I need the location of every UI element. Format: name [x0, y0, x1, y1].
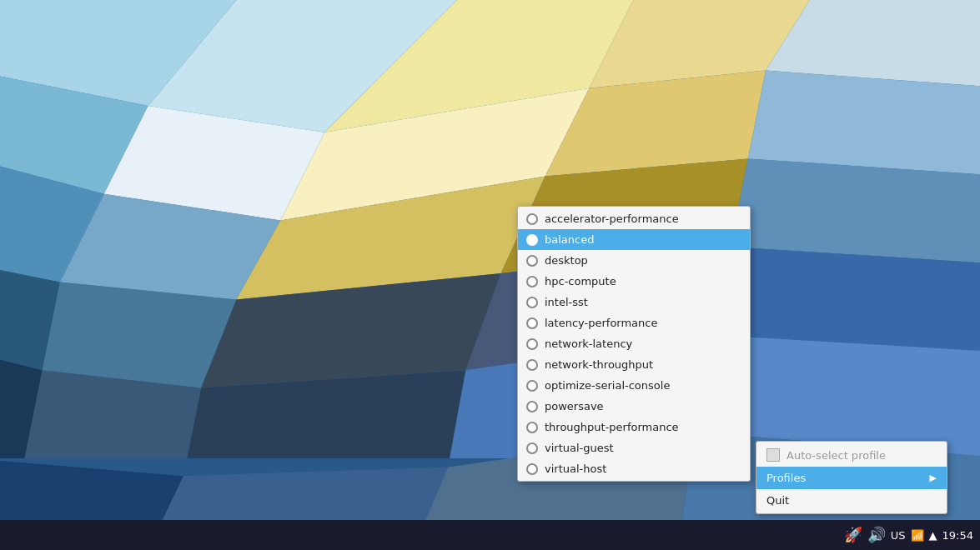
svg-marker-16: [43, 282, 237, 388]
auto-select-icon: [766, 448, 780, 462]
profile-item-balanced[interactable]: balanced: [518, 229, 750, 250]
radio-throughput-performance: [526, 422, 538, 433]
radio-accelerator-performance: [526, 213, 538, 225]
radio-intel-sst: [526, 297, 538, 308]
radio-desktop: [526, 255, 538, 267]
tray-context-menu: Auto-select profileProfiles▶Quit: [756, 441, 947, 514]
profile-label-hpc-compute: hpc-compute: [545, 275, 616, 288]
profile-label-virtual-host: virtual-host: [545, 462, 606, 475]
profile-label-virtual-guest: virtual-guest: [545, 442, 614, 454]
profile-label-optimize-serial-console: optimize-serial-console: [545, 379, 670, 392]
profile-item-hpc-compute[interactable]: hpc-compute: [518, 271, 750, 292]
profile-label-accelerator-performance: accelerator-performance: [545, 212, 679, 225]
profile-label-intel-sst: intel-sst: [545, 296, 588, 308]
wifi-icon[interactable]: 📶: [911, 529, 924, 542]
profile-label-throughput-performance: throughput-performance: [545, 421, 679, 433]
radio-latency-performance: [526, 318, 538, 329]
radio-network-latency: [526, 338, 538, 350]
rocket-icon: 🚀: [844, 528, 862, 542]
profile-item-optimize-serial-console[interactable]: optimize-serial-console: [518, 375, 750, 396]
radio-network-throughput: [526, 359, 538, 371]
svg-marker-14: [731, 158, 980, 264]
auto-select-label: Auto-select profile: [787, 449, 886, 462]
profile-item-accelerator-performance[interactable]: accelerator-performance: [518, 208, 750, 229]
taskbar-system-tray: 🚀 🔊 US 📶 ▲ 19:54: [844, 528, 973, 542]
profile-label-balanced: balanced: [545, 233, 594, 246]
svg-marker-9: [748, 71, 980, 177]
auto-select-profile-item[interactable]: Auto-select profile: [756, 443, 947, 467]
submenu-arrow-icon: ▶: [930, 472, 937, 483]
profile-item-virtual-host[interactable]: virtual-host: [518, 458, 750, 479]
quit-item[interactable]: Quit: [756, 489, 947, 512]
profile-item-throughput-performance[interactable]: throughput-performance: [518, 417, 750, 438]
profile-label-latency-performance: latency-performance: [545, 317, 657, 329]
profile-item-powersave[interactable]: powersave: [518, 396, 750, 417]
taskbar: 🚀 🔊 US 📶 ▲ 19:54: [0, 520, 980, 550]
profile-item-network-latency[interactable]: network-latency: [518, 333, 750, 354]
svg-marker-19: [713, 247, 980, 352]
profiles-label: Profiles: [766, 472, 923, 484]
profile-label-powersave: powersave: [545, 400, 604, 412]
profile-item-desktop[interactable]: desktop: [518, 250, 750, 271]
radio-optimize-serial-console: [526, 380, 538, 392]
profile-label-network-throughput: network-throughput: [545, 358, 653, 371]
speaker-icon[interactable]: 🔊: [867, 528, 886, 542]
radio-hpc-compute: [526, 276, 538, 288]
radio-virtual-guest: [526, 442, 538, 454]
locale-indicator[interactable]: US: [891, 529, 906, 542]
radio-balanced: [526, 234, 538, 246]
profile-item-latency-performance[interactable]: latency-performance: [518, 312, 750, 333]
profile-label-desktop: desktop: [545, 254, 588, 267]
profile-item-intel-sst[interactable]: intel-sst: [518, 292, 750, 312]
network-arrow-icon: ▲: [929, 529, 937, 542]
profile-item-virtual-guest[interactable]: virtual-guest: [518, 438, 750, 458]
profiles-item[interactable]: Profiles▶: [756, 467, 947, 489]
profiles-submenu: accelerator-performancebalanceddesktophp…: [517, 206, 751, 482]
radio-virtual-host: [526, 463, 538, 475]
profile-item-network-throughput[interactable]: network-throughput: [518, 354, 750, 375]
quit-label: Quit: [766, 494, 789, 507]
radio-powersave: [526, 401, 538, 412]
clock: 19:54: [942, 529, 973, 542]
profile-label-network-latency: network-latency: [545, 338, 632, 350]
